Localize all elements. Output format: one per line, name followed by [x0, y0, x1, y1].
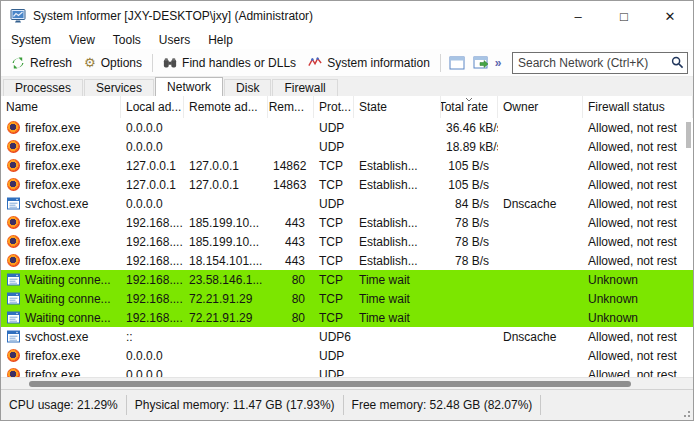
remote-address-cell: 72.21.91.29: [184, 292, 268, 306]
firefox-icon: [7, 368, 20, 377]
process-window-icon: [7, 273, 20, 286]
window-panel-icon: [449, 56, 465, 70]
total-rate-cell: 18.89 kB/s: [441, 140, 498, 154]
name-cell: Waiting conne...: [1, 311, 121, 325]
column-header-label: Local ad...: [126, 100, 181, 114]
refresh-icon: [11, 56, 25, 70]
remote-port-cell: 14863: [268, 178, 314, 192]
tab-processes[interactable]: Processes: [3, 79, 83, 96]
table-row[interactable]: svchost.exe::UDP6DnscacheAllowed, not re…: [1, 327, 693, 346]
toolbar-button-label: Refresh: [30, 56, 72, 70]
menu-item-system[interactable]: System: [2, 31, 60, 49]
remote-port-cell: 80: [268, 273, 314, 287]
protocol-cell: UDP: [314, 140, 354, 154]
firewall-status-cell: Unknown: [583, 273, 693, 287]
process-name: svchost.exe: [25, 330, 88, 344]
protocol-cell: TCP: [314, 311, 354, 325]
column-header-firewall-status[interactable]: Firewall status: [583, 96, 693, 118]
options-button[interactable]: ⚙Options: [78, 53, 148, 73]
resize-grip[interactable]: [681, 408, 691, 418]
local-address-cell: 0.0.0.0: [121, 121, 184, 135]
process-window-icon: [7, 292, 20, 305]
vertical-scrollbar-thumb[interactable]: [686, 122, 691, 148]
minimize-button[interactable]: –: [555, 1, 601, 31]
column-header-rem[interactable]: Rem...: [268, 96, 314, 118]
state-cell: Establish...: [354, 159, 441, 173]
firewall-status-cell: Allowed, not rest: [583, 235, 693, 249]
table-row[interactable]: firefox.exe0.0.0.0UDP36.46 kB/sAllowed, …: [1, 118, 693, 137]
column-header-label: Rem...: [269, 100, 304, 114]
close-button[interactable]: ✕: [647, 1, 693, 31]
process-name: firefox.exe: [25, 121, 80, 135]
horizontal-scrollbar[interactable]: [1, 377, 693, 389]
column-header-remote-ad[interactable]: Remote ad...: [184, 96, 268, 118]
toolbar-separator: [440, 54, 441, 72]
window-title: System Informer [JXY-DESKTOP\jxy] (Admin…: [33, 9, 313, 23]
protocol-cell: UDP: [314, 349, 354, 363]
physical-memory-status: Physical memory: 11.47 GB (17.93%): [127, 395, 344, 415]
window-go-button[interactable]: [469, 53, 493, 73]
table-row[interactable]: Waiting conne...192.168....72.21.91.2980…: [1, 308, 693, 327]
table-row[interactable]: Waiting conne...192.168....23.58.146.1..…: [1, 270, 693, 289]
firewall-status-cell: Unknown: [583, 292, 693, 306]
protocol-cell: UDP: [314, 121, 354, 135]
system-information-button[interactable]: System information: [302, 53, 436, 73]
local-address-cell: 0.0.0.0: [121, 368, 184, 378]
maximize-button[interactable]: □: [601, 1, 647, 31]
process-window-icon: [7, 197, 20, 210]
name-cell: firefox.exe: [1, 368, 121, 378]
local-address-cell: 0.0.0.0: [121, 197, 184, 211]
state-cell: Time wait: [354, 311, 441, 325]
table-body: firefox.exe0.0.0.0UDP36.46 kB/sAllowed, …: [1, 118, 693, 377]
firewall-status-cell: Allowed, not rest: [583, 330, 693, 344]
table-row[interactable]: firefox.exe192.168....185.199.10...443TC…: [1, 232, 693, 251]
column-header-total-rate[interactable]: Total rate: [441, 96, 498, 118]
column-header-name[interactable]: Name: [1, 96, 121, 118]
process-name: svchost.exe: [25, 197, 88, 211]
table-row[interactable]: firefox.exe192.168....18.154.101....443T…: [1, 251, 693, 270]
state-cell: Time wait: [354, 273, 441, 287]
table-row[interactable]: Waiting conne...192.168....72.21.91.2980…: [1, 289, 693, 308]
column-header-prot[interactable]: Prot...: [314, 96, 354, 118]
column-header-state[interactable]: State: [354, 96, 441, 118]
find-handles-or-dlls-button[interactable]: Find handles or DLLs: [157, 53, 302, 73]
tab-strip: ProcessesServicesNetworkDiskFirewall: [1, 77, 693, 96]
table-row[interactable]: firefox.exe127.0.0.1127.0.0.114862TCPEst…: [1, 156, 693, 175]
name-cell: firefox.exe: [1, 216, 121, 230]
column-header-local-ad[interactable]: Local ad...: [121, 96, 184, 118]
tab-network[interactable]: Network: [155, 77, 223, 96]
toolbar-overflow-chevron[interactable]: »: [493, 56, 507, 70]
table-row[interactable]: firefox.exe0.0.0.0UDPAllowed, not rest: [1, 365, 693, 377]
window-panel-button[interactable]: [445, 53, 469, 73]
state-cell: Time wait: [354, 292, 441, 306]
status-bar: CPU usage: 21.29%Physical memory: 11.47 …: [1, 389, 693, 420]
table-row[interactable]: firefox.exe127.0.0.1127.0.0.114863TCPEst…: [1, 175, 693, 194]
total-rate-cell: 105 B/s: [441, 159, 498, 173]
firewall-status-cell: Allowed, not rest: [583, 254, 693, 268]
local-address-cell: 192.168....: [121, 273, 184, 287]
search-input[interactable]: [518, 56, 671, 70]
firefox-icon: [7, 178, 20, 191]
menu-item-help[interactable]: Help: [199, 31, 242, 49]
table-row[interactable]: firefox.exe192.168....185.199.10...443TC…: [1, 213, 693, 232]
tab-services[interactable]: Services: [84, 79, 154, 96]
system-information-icon: [308, 56, 322, 70]
refresh-button[interactable]: Refresh: [5, 53, 78, 73]
column-header-owner[interactable]: Owner: [498, 96, 583, 118]
cpu-usage-status: CPU usage: 21.29%: [1, 395, 127, 415]
tab-disk[interactable]: Disk: [224, 79, 271, 96]
local-address-cell: 192.168....: [121, 292, 184, 306]
remote-port-cell: 80: [268, 292, 314, 306]
horizontal-scrollbar-thumb[interactable]: [29, 381, 631, 387]
firefox-icon: [7, 254, 20, 267]
table-row[interactable]: svchost.exe0.0.0.0UDP84 B/sDnscacheAllow…: [1, 194, 693, 213]
table-row[interactable]: firefox.exe0.0.0.0UDPAllowed, not rest: [1, 346, 693, 365]
table-row[interactable]: firefox.exe0.0.0.0UDP18.89 kB/sAllowed, …: [1, 137, 693, 156]
state-cell: Establish...: [354, 235, 441, 249]
menu-item-tools[interactable]: Tools: [104, 31, 150, 49]
tab-firewall[interactable]: Firewall: [272, 79, 337, 96]
menu-item-users[interactable]: Users: [150, 31, 199, 49]
local-address-cell: ::: [121, 330, 184, 344]
process-name: firefox.exe: [25, 159, 80, 173]
menu-item-view[interactable]: View: [60, 31, 104, 49]
